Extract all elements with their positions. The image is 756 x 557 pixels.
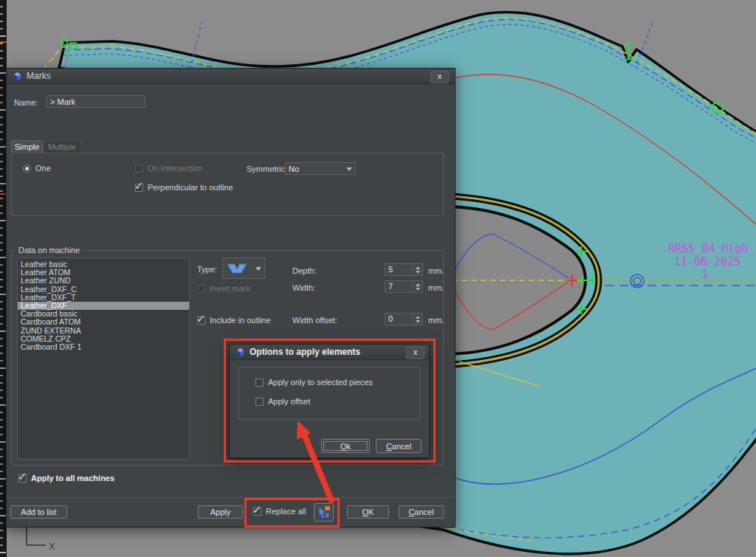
close-icon: x: [438, 72, 442, 80]
machine-list-item[interactable]: Leather ZUND: [18, 277, 189, 285]
spinner-down-icon[interactable]: [416, 288, 420, 291]
one-radio[interactable]: [23, 165, 31, 173]
mark-type-icon: [226, 262, 248, 275]
width-unit: mm.: [428, 283, 444, 292]
chevron-down-icon: [346, 167, 352, 171]
tab-simple[interactable]: Simple: [11, 140, 43, 153]
depth-unit: mm.: [428, 266, 444, 275]
machine-list-item[interactable]: ZUND EXTERNA: [18, 327, 189, 335]
perpendicular-checkbox[interactable]: ✓: [135, 184, 143, 192]
on-intersection-checkbox[interactable]: [135, 165, 143, 173]
apply-offset-label: Apply offset: [268, 397, 310, 406]
replace-all-label: Replace all: [266, 507, 306, 516]
machine-list-item[interactable]: Cardboard DXF 1: [18, 343, 189, 351]
options-cancel-button[interactable]: Cancel: [376, 439, 422, 453]
depth-value: 5: [385, 264, 412, 275]
app-cube-icon: [236, 347, 245, 357]
name-label: Name:: [14, 98, 38, 107]
apply-button[interactable]: Apply: [198, 505, 243, 519]
depth-spinner[interactable]: 5: [385, 263, 423, 276]
spinner-down-icon[interactable]: [416, 271, 420, 274]
chevron-down-icon: [255, 267, 261, 271]
button-row-separator: [7, 497, 455, 498]
axis-x-label: X: [49, 541, 55, 552]
options-dialog: Options to apply elements x Apply only t…: [229, 344, 430, 458]
replace-apply-icon: [317, 505, 331, 519]
apply-all-machines-label: Apply to all machines: [31, 474, 114, 482]
invert-mark-checkbox[interactable]: [197, 285, 205, 293]
one-radio-label: One: [35, 164, 51, 173]
mark-type-dropdown[interactable]: [222, 257, 265, 279]
application-viewport: RRSS_04_High_he 11-06-2025 1 X Marks x N…: [0, 0, 756, 557]
spinner-up-icon[interactable]: [416, 316, 420, 319]
width-offset-label: Width offset:: [292, 316, 337, 325]
close-icon: x: [413, 348, 418, 356]
add-to-list-button[interactable]: Add to list: [10, 505, 67, 519]
depth-label: Depth:: [292, 266, 316, 275]
svg-text:RRSS_04_High_he: RRSS_04_High_he: [668, 242, 756, 255]
options-dialog-titlebar[interactable]: Options to apply elements: [230, 345, 429, 360]
width-label: Width:: [292, 283, 315, 292]
check-icon: ✓: [196, 312, 206, 325]
spinner-up-icon[interactable]: [416, 266, 420, 269]
options-frame: [238, 367, 420, 420]
check-icon: ✓: [252, 503, 262, 516]
width-offset-unit: mm.: [428, 316, 444, 325]
symmetric-label: Symmetric:: [247, 165, 287, 173]
marks-dialog-title: Marks: [27, 71, 51, 81]
spinner-down-icon[interactable]: [416, 320, 420, 323]
check-icon: ✓: [18, 470, 27, 483]
options-ok-button[interactable]: Ok: [321, 439, 370, 453]
check-icon: ✓: [134, 179, 144, 193]
cancel-button[interactable]: Cancel: [399, 505, 444, 519]
invert-mark-label: Invert mark: [210, 284, 250, 293]
width-spinner[interactable]: 7: [385, 280, 423, 293]
apply-all-machines-checkbox[interactable]: ✓: [18, 474, 27, 482]
marks-dialog: Marks x Name: Simple Multiple One On int…: [6, 68, 456, 527]
svg-text:1: 1: [701, 268, 708, 281]
app-cube-icon: [13, 72, 22, 81]
svg-text:11-06-2025: 11-06-2025: [674, 255, 740, 269]
symmetric-value: No: [289, 165, 299, 173]
spinner-up-icon[interactable]: [416, 283, 420, 286]
apply-selected-checkbox[interactable]: [255, 378, 264, 387]
perpendicular-label: Perpendicular to outline: [148, 183, 233, 192]
width-offset-spinner[interactable]: 0: [385, 313, 423, 325]
replace-all-checkbox[interactable]: ✓: [253, 508, 261, 516]
symmetric-dropdown[interactable]: No: [285, 162, 356, 175]
replace-all-tool-button[interactable]: [314, 503, 334, 522]
type-label: Type:: [197, 265, 217, 274]
on-intersection-label: On intersection: [148, 164, 202, 173]
apply-offset-checkbox[interactable]: [255, 398, 264, 406]
apply-selected-label: Apply only to selected pieces: [268, 378, 373, 387]
name-input[interactable]: [47, 95, 145, 108]
options-close-button[interactable]: x: [406, 347, 425, 359]
width-value: 7: [385, 281, 412, 292]
ok-button[interactable]: OK: [347, 505, 389, 519]
include-outline-label: Include in outline: [210, 316, 271, 325]
ruler-cursor-mark: [0, 41, 7, 43]
tab-multiple[interactable]: Multiple: [43, 140, 81, 153]
marks-close-button[interactable]: x: [430, 71, 449, 83]
include-outline-checkbox[interactable]: ✓: [197, 316, 205, 325]
width-offset-value: 0: [385, 314, 412, 325]
machine-list[interactable]: Leather basic Leather ATOM Leather ZUND …: [17, 257, 190, 460]
options-dialog-title: Options to apply elements: [250, 347, 360, 357]
machine-list-item[interactable]: Cardboard ATOM: [18, 318, 189, 326]
data-on-machine-label: Data on machine: [16, 246, 83, 255]
marks-dialog-titlebar[interactable]: Marks: [7, 69, 455, 84]
